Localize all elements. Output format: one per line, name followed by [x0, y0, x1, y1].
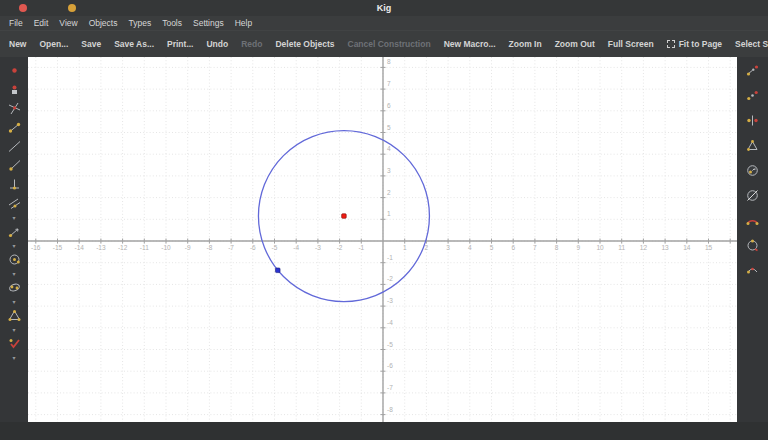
toolbar-button-cancel-construction: Cancel Construction	[348, 39, 431, 49]
tool-similarity[interactable]	[745, 139, 761, 154]
tool-axial-reflection[interactable]	[745, 114, 761, 129]
rotation-icon	[746, 239, 759, 255]
x-tick-label: -15	[53, 244, 63, 251]
geometry-canvas-area[interactable]: -16-15-14-13-12-11-10-9-8-7-6-5-4-3-2-11…	[28, 57, 737, 422]
chevron-down-icon[interactable]: ▾	[12, 216, 15, 221]
x-tick-label: 6	[511, 244, 515, 251]
tool-point[interactable]	[6, 64, 22, 79]
x-tick-label: 13	[661, 244, 669, 251]
y-tick-label: -8	[387, 406, 393, 413]
similarity-icon	[746, 139, 759, 155]
x-tick-label: 14	[683, 244, 691, 251]
polygon-icon	[8, 309, 21, 325]
segment-icon	[8, 121, 21, 137]
toolbar-button-open[interactable]: Open...	[39, 39, 68, 49]
geometry-center-point[interactable]	[342, 214, 347, 219]
x-tick-label: -13	[96, 244, 106, 251]
x-tick-label: -7	[228, 244, 234, 251]
toolbar-button-save[interactable]: Save	[81, 39, 101, 49]
x-tick-label: 11	[618, 244, 625, 251]
menu-item-tools[interactable]: Tools	[162, 18, 182, 28]
ray-icon	[8, 159, 21, 175]
toolbar-button-delete-objects[interactable]: Delete Objects	[275, 39, 334, 49]
chevron-down-icon[interactable]: ▾	[12, 272, 15, 277]
menu-item-file[interactable]: File	[9, 18, 23, 28]
chevron-down-icon[interactable]: ▾	[12, 244, 15, 249]
tool-ray[interactable]	[6, 159, 22, 174]
tool-translate[interactable]	[745, 64, 761, 79]
x-tick-label: -6	[250, 244, 256, 251]
menu-item-settings[interactable]: Settings	[193, 18, 224, 28]
tool-test[interactable]	[6, 337, 22, 352]
x-tick-label: 1	[403, 244, 407, 251]
line-icon	[8, 140, 21, 156]
y-tick-label: -6	[387, 362, 393, 369]
x-tick-label: -12	[118, 244, 128, 251]
test-icon	[8, 337, 21, 353]
geometry-point-on-circle[interactable]	[275, 268, 280, 273]
chevron-down-icon[interactable]: ▾	[12, 356, 15, 361]
point-reflection-icon	[746, 89, 759, 105]
y-tick-label: -1	[387, 254, 393, 261]
conic-icon	[8, 281, 21, 297]
menu-item-view[interactable]: View	[59, 18, 77, 28]
menu-bar: FileEditViewObjectsTypesToolsSettingsHel…	[0, 16, 768, 30]
title-bar: Kig	[0, 0, 768, 16]
toolbar-button-undo[interactable]: Undo	[206, 39, 228, 49]
y-tick-label: -3	[387, 297, 393, 304]
x-tick-label: -11	[140, 244, 149, 251]
tool-perpendicular-line[interactable]	[6, 178, 22, 193]
tool-inversion[interactable]	[745, 164, 761, 179]
projective-rotation-icon	[746, 264, 759, 280]
tool-circle[interactable]	[6, 253, 22, 268]
tool-vector[interactable]	[6, 225, 22, 240]
toolbar-button-zoom-out[interactable]: Zoom Out	[555, 39, 595, 49]
x-tick-label: -16	[31, 244, 41, 251]
tool-arc[interactable]	[745, 214, 761, 229]
toolbar-button-print[interactable]: Print...	[167, 39, 193, 49]
menu-item-help[interactable]: Help	[235, 18, 252, 28]
tool-intersection[interactable]	[6, 102, 22, 117]
y-tick-label: -7	[387, 384, 393, 391]
tool-line[interactable]	[6, 140, 22, 155]
x-tick-label: -10	[161, 244, 171, 251]
toolbar-button-full-screen[interactable]: Full Screen	[608, 39, 654, 49]
vector-icon	[8, 225, 21, 241]
inversion-icon	[746, 164, 759, 180]
x-tick-label: 8	[555, 244, 559, 251]
perpendicular-line-icon	[8, 178, 21, 194]
status-bar	[0, 422, 768, 440]
y-tick-label: 6	[387, 102, 391, 109]
tool-parallel-line[interactable]	[6, 197, 22, 212]
x-tick-label: 9	[576, 244, 580, 251]
tool-rotation[interactable]	[745, 239, 761, 254]
window-title: Kig	[0, 0, 768, 16]
toolbar-button-save-as[interactable]: Save As...	[114, 39, 154, 49]
tool-point-by-coordinates[interactable]	[6, 83, 22, 98]
toolbar-button-zoom-in[interactable]: Zoom In	[509, 39, 542, 49]
tool-generic-map[interactable]	[745, 189, 761, 204]
tool-segment[interactable]	[6, 121, 22, 136]
toolbar-button-select-shown-area[interactable]: Select Shown Area	[735, 39, 768, 49]
chevron-down-icon[interactable]: ▾	[12, 300, 15, 305]
toolbar-button-fit-to-page[interactable]: Fit to Page	[667, 39, 722, 49]
geometry-canvas[interactable]: -16-15-14-13-12-11-10-9-8-7-6-5-4-3-2-11…	[28, 57, 737, 422]
x-tick-label: 5	[490, 244, 494, 251]
menu-item-objects[interactable]: Objects	[89, 18, 118, 28]
toolbar-button-new-macro[interactable]: New Macro...	[444, 39, 496, 49]
x-tick-label: 12	[640, 244, 648, 251]
tool-polygon[interactable]	[6, 309, 22, 324]
x-tick-label: -3	[315, 244, 321, 251]
x-tick-label: 2	[425, 244, 429, 251]
menu-item-edit[interactable]: Edit	[34, 18, 49, 28]
x-tick-label: -8	[207, 244, 213, 251]
tool-conic[interactable]	[6, 281, 22, 296]
chevron-down-icon[interactable]: ▾	[12, 328, 15, 333]
tool-projective-rotation[interactable]	[745, 264, 761, 279]
y-tick-label: 3	[387, 167, 391, 174]
menu-item-types[interactable]: Types	[128, 18, 151, 28]
y-tick-label: 2	[387, 189, 391, 196]
y-tick-label: 5	[387, 124, 391, 131]
toolbar-button-new[interactable]: New	[9, 39, 26, 49]
tool-point-reflection[interactable]	[745, 89, 761, 104]
